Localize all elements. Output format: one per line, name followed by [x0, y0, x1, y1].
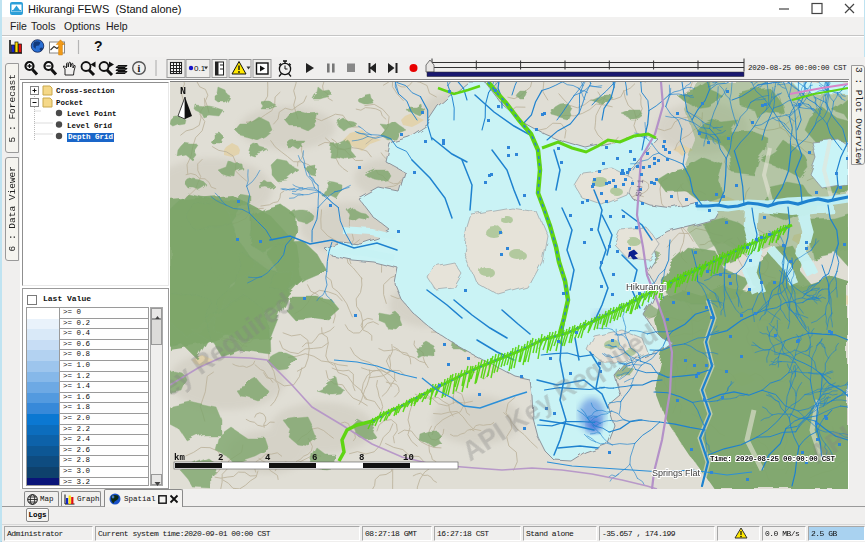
- svg-text:Springs Flat: Springs Flat: [652, 468, 701, 478]
- svg-text:6: 6: [312, 453, 317, 463]
- svg-text:Time: 2020-08-25 00:00:00 CST: Time: 2020-08-25 00:00:00 CST: [710, 455, 835, 463]
- svg-text:2020-08-25 00:00:00 CST: 2020-08-25 00:00:00 CST: [748, 64, 847, 72]
- svg-text:4: 4: [265, 453, 271, 463]
- svg-text:km: km: [174, 453, 185, 463]
- svg-text:10: 10: [403, 453, 414, 463]
- svg-text:i: i: [138, 63, 141, 74]
- svg-text:8: 8: [359, 453, 364, 463]
- svg-text:0.1: 0.1: [194, 64, 206, 73]
- svg-text:2: 2: [218, 453, 223, 463]
- svg-text:Hikurangi: Hikurangi: [626, 281, 666, 292]
- svg-text:N: N: [180, 86, 186, 97]
